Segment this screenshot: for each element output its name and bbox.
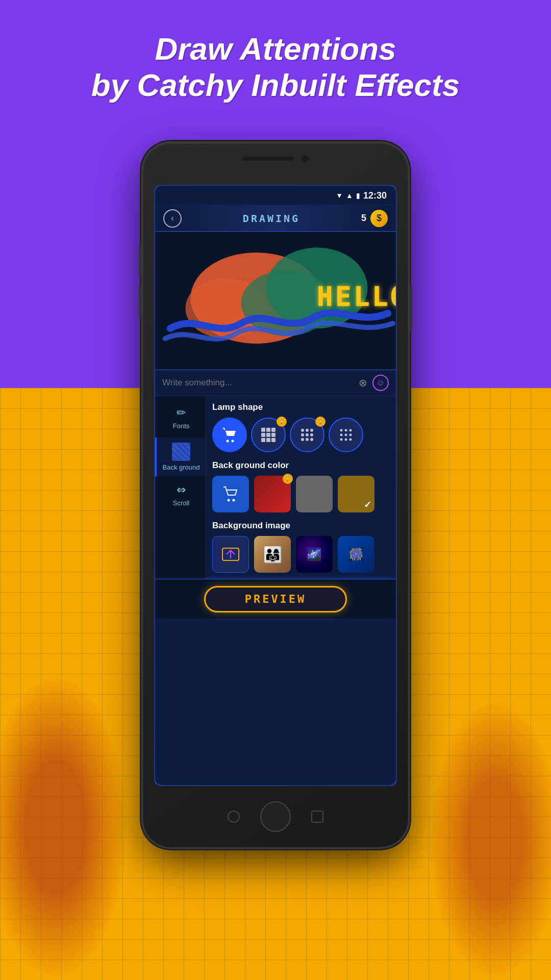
svg-point-30 — [345, 434, 347, 436]
svg-point-23 — [301, 438, 304, 441]
coin-icon[interactable]: $ — [370, 210, 388, 227]
signal-icon — [346, 191, 353, 200]
app-title: DRAWING — [243, 212, 300, 225]
color-item-2[interactable]: 🔒 — [254, 476, 291, 512]
shape-item-3[interactable]: 🔒 — [290, 418, 324, 452]
text-input-row[interactable]: ⊗ ☺ — [155, 370, 396, 396]
color-item-3[interactable] — [296, 476, 333, 512]
svg-point-27 — [345, 429, 347, 432]
nav-back-button[interactable] — [228, 811, 240, 823]
headline-text: Draw Attentions by Catchy Inbuilt Effect… — [0, 31, 551, 104]
coin-area: 5 $ — [361, 210, 388, 227]
upload-icon — [213, 536, 248, 572]
color-item-4[interactable] — [338, 476, 374, 512]
shape-item-4[interactable] — [329, 418, 363, 452]
color-item-1[interactable] — [212, 476, 249, 512]
nav-recents-button[interactable] — [311, 811, 323, 823]
image-item-abstract[interactable]: 🎆 — [338, 536, 374, 573]
sidebar-item-fonts[interactable]: ✏ Fonts — [155, 401, 206, 435]
clear-button[interactable]: ⊗ — [359, 377, 367, 389]
svg-point-7 — [232, 440, 234, 443]
svg-point-21 — [306, 433, 309, 436]
right-panel: Lamp shape 🔒 — [206, 396, 396, 579]
svg-point-36 — [233, 499, 235, 502]
lock-badge-color-2: 🔒 — [283, 474, 293, 484]
image-row: 👨‍👩‍👧 🌌 🎆 — [212, 536, 390, 573]
svg-point-24 — [306, 438, 309, 441]
shape-item-2[interactable]: 🔒 — [251, 418, 286, 452]
volume-up-button — [139, 245, 142, 276]
canvas-preview[interactable]: HELLO HELLO — [155, 232, 396, 370]
svg-point-18 — [306, 429, 309, 432]
preview-bar: PREVIEW — [155, 579, 396, 619]
svg-point-32 — [340, 438, 343, 441]
scroll-label: Scroll — [173, 499, 190, 507]
phone-device: 12:30 ‹ DRAWING 5 $ — [143, 143, 408, 847]
content-area: ✏ Fonts Back ground ⇔ Scroll — [155, 396, 396, 579]
lock-badge-3: 🔒 — [315, 416, 325, 427]
bg-image-title: Background image — [212, 521, 390, 531]
svg-rect-9 — [266, 428, 270, 432]
phone-notch — [243, 155, 309, 162]
abstract-thumbnail: 🎆 — [338, 536, 374, 573]
svg-text:HELLO: HELLO — [317, 281, 396, 312]
fonts-icon: ✏ — [177, 406, 186, 420]
battery-icon — [356, 191, 360, 200]
svg-point-19 — [310, 429, 313, 432]
svg-rect-11 — [261, 433, 265, 437]
home-button[interactable] — [260, 801, 291, 832]
status-icons: 12:30 — [336, 190, 387, 201]
phone-bottom-nav — [228, 801, 323, 832]
svg-point-28 — [349, 429, 352, 432]
svg-point-25 — [310, 438, 313, 441]
preview-button-label: PREVIEW — [245, 593, 307, 605]
lamp-shape-title: Lamp shape — [212, 402, 390, 412]
power-button — [409, 286, 412, 332]
phone-shell: 12:30 ‹ DRAWING 5 $ — [143, 143, 408, 847]
svg-point-26 — [340, 429, 343, 432]
image-item-space[interactable]: 🌌 — [296, 536, 333, 573]
svg-rect-16 — [271, 438, 276, 442]
svg-point-22 — [310, 433, 313, 436]
svg-point-6 — [227, 440, 229, 443]
sidebar-item-background[interactable]: Back ground — [155, 437, 206, 477]
wifi-icon — [336, 191, 343, 200]
volume-down-button — [139, 286, 142, 316]
svg-point-31 — [349, 434, 352, 436]
back-button[interactable]: ‹ — [163, 209, 182, 228]
status-bar: 12:30 — [155, 186, 396, 205]
lock-badge-2: 🔒 — [277, 416, 287, 427]
status-time: 12:30 — [363, 190, 387, 201]
svg-rect-14 — [261, 438, 265, 442]
shape-item-1[interactable] — [212, 418, 247, 452]
svg-point-35 — [228, 499, 230, 502]
image-item-people[interactable]: 👨‍👩‍👧 — [254, 536, 291, 573]
preview-button[interactable]: PREVIEW — [204, 586, 347, 612]
background-label: Back ground — [163, 463, 200, 472]
front-camera — [302, 155, 309, 162]
bg-color-title: Back ground color — [212, 460, 390, 471]
people-thumbnail: 👨‍👩‍👧 — [254, 536, 291, 573]
sidebar-item-scroll[interactable]: ⇔ Scroll — [155, 478, 206, 512]
svg-point-29 — [340, 434, 343, 436]
svg-point-20 — [301, 433, 304, 436]
write-input[interactable] — [162, 378, 354, 388]
color-row: 🔒 — [212, 476, 390, 512]
shape-row: 🔒 — [212, 418, 390, 452]
headline-section: Draw Attentions by Catchy Inbuilt Effect… — [0, 31, 551, 104]
background-icon — [172, 443, 190, 461]
svg-rect-10 — [271, 428, 276, 432]
image-item-upload[interactable] — [212, 536, 249, 573]
fonts-label: Fonts — [173, 422, 190, 430]
svg-point-17 — [301, 429, 304, 432]
emoji-button[interactable]: ☺ — [372, 375, 389, 391]
space-thumbnail: 🌌 — [296, 536, 333, 573]
left-sidebar: ✏ Fonts Back ground ⇔ Scroll — [155, 396, 206, 579]
svg-rect-13 — [271, 433, 276, 437]
svg-rect-12 — [266, 433, 270, 437]
scroll-icon: ⇔ — [177, 483, 186, 497]
svg-point-34 — [349, 438, 352, 441]
svg-rect-8 — [261, 428, 265, 432]
svg-rect-15 — [266, 438, 270, 442]
svg-point-33 — [345, 438, 347, 441]
